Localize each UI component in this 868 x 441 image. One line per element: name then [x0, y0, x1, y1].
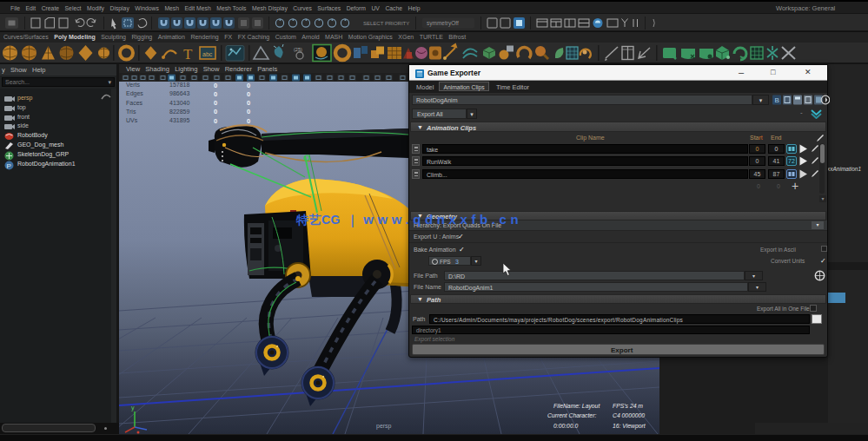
svg-text:P: P [7, 161, 11, 169]
svg-text:72: 72 [788, 158, 795, 164]
svg-text:B: B [775, 96, 779, 104]
svg-text:0: 0 [247, 82, 250, 89]
svg-text:413040: 413040 [169, 100, 189, 106]
svg-text:T: T [183, 46, 193, 63]
svg-text:0:00:00.0: 0:00:00.0 [553, 423, 579, 429]
svg-text:Verts: Verts [126, 82, 140, 88]
svg-text:Faces: Faces [126, 100, 143, 106]
svg-text:View Shading Lighting Sh: View Shading Lighting Show Renderer Pane… [126, 65, 277, 73]
svg-text:0: 0 [247, 99, 250, 107]
svg-text:(25): (25) [294, 47, 302, 52]
svg-text:symmetryOff: symmetryOff [427, 20, 459, 27]
svg-text:822859: 822859 [169, 109, 189, 115]
svg-text:0: 0 [214, 99, 217, 107]
svg-text:0: 0 [247, 117, 250, 125]
svg-text:Tris: Tris [126, 109, 136, 115]
svg-text:UVs: UVs [126, 117, 138, 123]
svg-text:0: 0 [214, 108, 217, 115]
svg-text:16: Viewport: 16: Viewport [613, 423, 646, 430]
svg-text:SELECT PRIORITY: SELECT PRIORITY [363, 21, 409, 26]
svg-text:0: 0 [214, 90, 217, 98]
svg-text:0: 0 [214, 82, 217, 89]
svg-text:FPS’s 24 m: FPS’s 24 m [613, 403, 643, 409]
svg-text:abc: abc [202, 51, 213, 57]
svg-text:0: 0 [247, 108, 250, 115]
svg-text:y: y [131, 405, 135, 411]
svg-text:157818: 157818 [169, 82, 189, 88]
svg-text:Edges: Edges [126, 90, 143, 97]
svg-text:0: 0 [247, 90, 250, 98]
svg-text:986643: 986643 [169, 90, 189, 96]
svg-text:FileName: Layout: FileName: Layout [553, 403, 600, 410]
svg-text:431895: 431895 [169, 117, 189, 123]
svg-text:persp: persp [376, 423, 392, 430]
svg-text:0: 0 [214, 117, 217, 125]
svg-text:Current Character:: Current Character: [547, 412, 596, 418]
svg-text:C4 0000000: C4 0000000 [613, 412, 645, 418]
